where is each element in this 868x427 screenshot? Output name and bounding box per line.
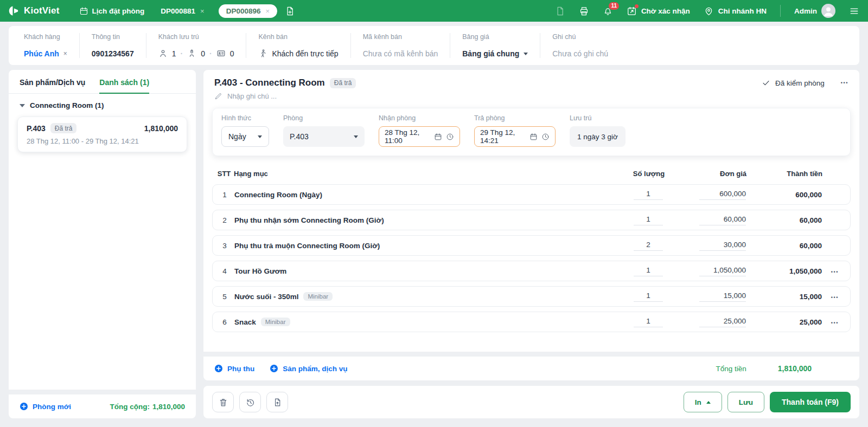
nav-booking-calendar[interactable]: Lịch đặt phòng xyxy=(79,7,145,16)
note-field[interactable]: Ghi chú Chưa có ghi chú xyxy=(540,33,620,58)
checkout-payment-button[interactable]: Thanh toán (F9) xyxy=(770,392,851,412)
clock-icon[interactable] xyxy=(446,133,454,141)
tab-dp000896-label: DP000896 xyxy=(226,7,261,15)
document-icon[interactable] xyxy=(555,6,565,16)
add-product-button[interactable]: Sản phẩm, dịch vụ xyxy=(270,364,347,373)
kiotviet-logo-icon xyxy=(8,5,20,17)
export-document-button[interactable] xyxy=(266,392,288,412)
calendar-icon[interactable] xyxy=(529,133,538,141)
chevron-down-icon xyxy=(258,135,262,138)
printer-icon[interactable] xyxy=(579,6,589,16)
plus-circle-icon xyxy=(214,364,223,373)
tab-products-services[interactable]: Sản phẩm/Dịch vụ xyxy=(20,78,85,93)
delete-booking-button[interactable] xyxy=(212,392,234,412)
hamburger-menu-icon[interactable] xyxy=(849,6,859,16)
row-more-menu[interactable]: ••• xyxy=(831,269,839,275)
row-stt: 4 xyxy=(215,267,234,275)
adults-count: 1 xyxy=(172,49,176,58)
remove-customer-icon[interactable]: × xyxy=(63,50,67,57)
booking-note-input[interactable]: Nhập ghi chú ... xyxy=(203,90,859,105)
pay-label: Thanh toán (F9) xyxy=(782,398,839,406)
room-select-value: P.403 xyxy=(290,132,309,141)
top-bar: KiotViet Lịch đặt phòng DP000881 × DP000… xyxy=(0,0,868,22)
row-qty-input[interactable]: 1 xyxy=(634,190,663,200)
pending-confirmation-button[interactable]: Chờ xác nhận xyxy=(627,6,690,16)
customer-name[interactable]: Phúc Anh xyxy=(24,49,59,58)
room-card-amount: 1,810,000 xyxy=(144,124,178,133)
row-price-input[interactable]: 15,000 xyxy=(699,292,746,302)
channel-code-field[interactable]: Mã kênh bán Chưa có mã kênh bán xyxy=(350,33,450,58)
trash-icon xyxy=(219,398,228,407)
room-card-p403[interactable]: P.403 Đã trả 1,810,000 28 Thg 12, 11:00 … xyxy=(17,117,187,152)
channel-code-label: Mã kênh bán xyxy=(363,33,438,41)
history-button[interactable] xyxy=(239,392,261,412)
branch-selector[interactable]: Chi nhánh HN xyxy=(704,6,767,16)
row-item-name: Snack xyxy=(234,318,256,326)
new-room-button[interactable]: Phòng mới xyxy=(20,402,71,411)
room-group-header[interactable]: Connecting Room (1) xyxy=(9,94,196,115)
new-booking-icon[interactable] xyxy=(285,6,295,16)
phone-value: 0901234567 xyxy=(92,49,134,58)
alert-dot xyxy=(635,4,639,8)
row-qty-input[interactable]: 2 xyxy=(634,241,663,251)
booking-detail-panel: P.403 - Connecting Room Đã trả Đã kiểm p… xyxy=(203,70,859,380)
location-pin-icon xyxy=(704,6,714,16)
row-price-input[interactable]: 25,000 xyxy=(699,317,746,327)
checkin-datetime-input[interactable]: 28 Thg 12, 11:00 xyxy=(379,126,460,147)
room-group-title: Connecting Room (1) xyxy=(30,101,104,109)
row-qty-input[interactable]: 1 xyxy=(634,292,663,302)
note-value: Chưa có ghi chú xyxy=(552,49,608,58)
sidebar-footer: Phòng mới Tổng cộng: 1,810,000 xyxy=(9,394,196,418)
row-more-menu[interactable]: ••• xyxy=(831,320,839,326)
pencil-icon xyxy=(214,92,222,100)
tab-dp000881[interactable]: DP000881 × xyxy=(161,7,204,15)
stay-type-select[interactable]: Ngày xyxy=(221,126,269,147)
room-list-sidebar: Sản phẩm/Dịch vụ Danh sách (1) Connectin… xyxy=(9,70,196,418)
price-book-field[interactable]: Bảng giá Bảng giá chung xyxy=(450,33,540,58)
row-price-input[interactable]: 30,000 xyxy=(699,241,746,251)
row-price-input[interactable]: 60,000 xyxy=(699,215,746,225)
clock-icon[interactable] xyxy=(541,133,550,141)
document-arrow-icon xyxy=(273,398,282,407)
table-row: 4 Tour Hồ Gươm 1 1,050,000 1,050,000 ••• xyxy=(212,261,851,281)
row-qty-input[interactable]: 1 xyxy=(634,317,663,327)
row-total: 25,000 xyxy=(746,318,822,326)
checkout-datetime-input[interactable]: 29 Thg 12, 14:21 xyxy=(474,126,556,147)
row-qty-input[interactable]: 1 xyxy=(634,215,663,225)
calendar-icon xyxy=(79,7,88,16)
room-select[interactable]: P.403 xyxy=(283,126,365,147)
separator: · xyxy=(181,49,183,58)
notification-count-badge: 11 xyxy=(609,2,620,10)
close-icon[interactable]: × xyxy=(266,7,270,15)
close-icon[interactable]: × xyxy=(200,7,205,15)
calendar-icon[interactable] xyxy=(434,133,442,141)
row-more-menu[interactable]: ••• xyxy=(831,295,839,300)
row-price-input[interactable]: 1,050,000 xyxy=(699,266,746,276)
tab-dp000896[interactable]: DP000896 × xyxy=(219,4,277,18)
panel-footer: Phụ thu Sản phẩm, dịch vụ Tổng tiền 1,81… xyxy=(203,357,859,380)
panel-more-menu[interactable]: ••• xyxy=(841,80,848,86)
print-button[interactable]: In xyxy=(684,392,722,412)
user-menu[interactable]: Admin xyxy=(794,4,835,18)
room-checked-toggle[interactable]: Đã kiểm phòng xyxy=(762,79,825,87)
grand-total-value: 1,810,000 xyxy=(152,403,185,411)
guests-field[interactable]: Khách lưu trú 1 · 0 · 0 xyxy=(146,33,246,58)
checkout-label: Trả phòng xyxy=(474,114,556,122)
avatar xyxy=(821,4,835,18)
add-surcharge-button[interactable]: Phụ thu xyxy=(214,364,254,373)
notifications-button[interactable]: 11 xyxy=(603,6,613,16)
row-price-input[interactable]: 600,000 xyxy=(699,190,746,200)
checkout-value: 29 Thg 12, 14:21 xyxy=(480,128,526,145)
room-status-badge: Đã trả xyxy=(50,123,77,133)
save-button[interactable]: Lưu xyxy=(727,392,764,412)
channel-field[interactable]: Kênh bán Khách đến trực tiếp xyxy=(246,33,350,58)
divider xyxy=(780,5,781,17)
chevron-up-icon xyxy=(706,401,711,404)
phone-label: Thông tin xyxy=(92,33,134,41)
row-qty-input[interactable]: 1 xyxy=(634,266,663,276)
header-item: Hạng mục xyxy=(234,170,616,178)
tab-room-list[interactable]: Danh sách (1) xyxy=(99,78,149,94)
row-stt: 2 xyxy=(215,216,234,224)
walk-in-icon xyxy=(258,49,267,58)
row-item-name: Tour Hồ Gươm xyxy=(234,267,286,275)
